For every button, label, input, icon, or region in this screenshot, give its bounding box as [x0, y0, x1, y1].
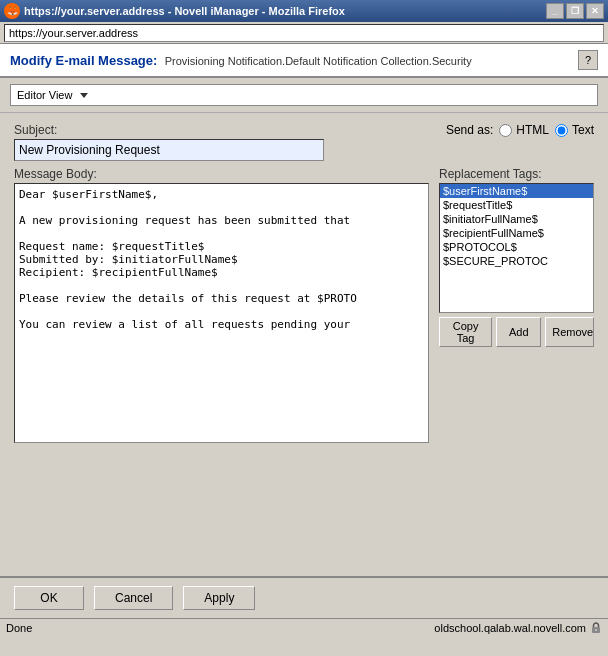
window-controls[interactable]: _ ❐ ✕ — [546, 3, 604, 19]
subject-input[interactable] — [14, 139, 324, 161]
address-input[interactable] — [4, 24, 604, 42]
title-bar: 🦊 https://your.server.address - Novell i… — [0, 0, 608, 22]
close-button[interactable]: ✕ — [586, 3, 604, 19]
header-area: Modify E-mail Message: Provisioning Noti… — [0, 44, 608, 78]
title-bar-left: 🦊 https://your.server.address - Novell i… — [4, 3, 345, 19]
tags-listbox[interactable]: $userFirstName$ $requestTitle$ $initiato… — [439, 183, 594, 313]
lock-icon — [590, 622, 602, 634]
restore-button[interactable]: ❐ — [566, 3, 584, 19]
apply-button[interactable]: Apply — [183, 586, 255, 610]
text-radio-group: Text — [555, 123, 594, 137]
html-label: HTML — [516, 123, 549, 137]
firefox-icon: 🦊 — [4, 3, 20, 19]
message-body-label: Message Body: — [14, 167, 429, 181]
subject-section: Subject: — [14, 123, 324, 161]
body-tags-row: Message Body: Dear $userFirstName$, A ne… — [14, 167, 594, 446]
dropdown-arrow-icon — [80, 93, 88, 98]
replacement-tags-section: Replacement Tags: $userFirstName$ $reque… — [439, 167, 594, 446]
message-body-section: Message Body: Dear $userFirstName$, A ne… — [14, 167, 429, 446]
cancel-button[interactable]: Cancel — [94, 586, 173, 610]
help-button[interactable]: ? — [578, 50, 598, 70]
main-container: Modify E-mail Message: Provisioning Noti… — [0, 44, 608, 636]
subject-label: Subject: — [14, 123, 324, 137]
send-as-section: Send as: HTML Text — [446, 123, 594, 137]
add-button[interactable]: Add — [496, 317, 541, 347]
remove-button[interactable]: Remove — [545, 317, 594, 347]
window-title: https://your.server.address - Novell iMa… — [24, 5, 345, 17]
toolbar: Editor View — [0, 78, 608, 113]
header-text: Modify E-mail Message: Provisioning Noti… — [10, 53, 472, 68]
send-as-label: Send as: — [446, 123, 493, 137]
html-radio[interactable] — [499, 124, 512, 137]
ok-button[interactable]: OK — [14, 586, 84, 610]
status-right: oldschool.qalab.wal.novell.com — [434, 622, 602, 634]
list-item[interactable]: $SECURE_PROTOC — [440, 254, 593, 268]
status-text: Done — [6, 622, 32, 634]
header-title: Modify E-mail Message: — [10, 53, 157, 68]
content-area: Subject: Send as: HTML Text — [0, 113, 608, 456]
minimize-button[interactable]: _ — [546, 3, 564, 19]
list-item[interactable]: $initiatorFullName$ — [440, 212, 593, 226]
list-item[interactable]: $PROTOCOL$ — [440, 240, 593, 254]
status-url: oldschool.qalab.wal.novell.com — [434, 622, 586, 634]
editor-view-dropdown[interactable]: Editor View — [10, 84, 598, 106]
list-item[interactable]: $userFirstName$ — [440, 184, 593, 198]
text-radio[interactable] — [555, 124, 568, 137]
list-item[interactable]: $requestTitle$ — [440, 198, 593, 212]
replacement-tags-label: Replacement Tags: — [439, 167, 594, 181]
header-breadcrumb: Provisioning Notification.Default Notifi… — [165, 55, 472, 67]
address-bar — [0, 22, 608, 44]
html-radio-group: HTML — [499, 123, 549, 137]
status-bar: Done oldschool.qalab.wal.novell.com — [0, 618, 608, 636]
bottom-buttons: OK Cancel Apply — [0, 576, 608, 618]
copy-tag-button[interactable]: Copy Tag — [439, 317, 492, 347]
tag-buttons: Copy Tag Add Remove — [439, 317, 594, 347]
editor-view-label: Editor View — [17, 89, 72, 101]
message-textarea[interactable]: Dear $userFirstName$, A new provisioning… — [14, 183, 429, 443]
send-as-controls: Send as: HTML Text — [446, 123, 594, 137]
list-item[interactable]: $recipientFullName$ — [440, 226, 593, 240]
svg-point-1 — [595, 629, 597, 631]
text-label: Text — [572, 123, 594, 137]
